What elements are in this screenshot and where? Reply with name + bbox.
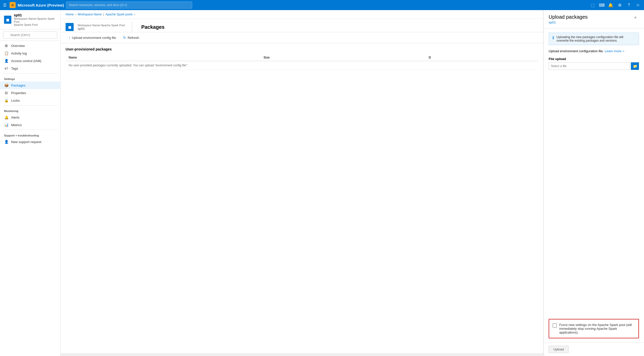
right-panel-body: ℹ Uploading the new packages configurati… bbox=[544, 29, 644, 176]
portal-icon[interactable]: ⬚ bbox=[589, 1, 597, 9]
monitoring-section-label: Monitoring bbox=[0, 106, 60, 114]
alert-icon: 🔔 bbox=[4, 115, 9, 119]
sidebar-item-activity-log[interactable]: 📋 Activity log bbox=[0, 49, 60, 57]
divider-3 bbox=[3, 130, 57, 130]
right-panel-footer: Force new settings on the Apache Spark p… bbox=[544, 315, 644, 342]
help-icon[interactable]: ? bbox=[625, 1, 633, 9]
col-d: D bbox=[426, 54, 538, 61]
learn-more-link[interactable]: Learn more ↗ bbox=[605, 49, 624, 53]
refresh-icon: ↻ bbox=[123, 36, 126, 40]
resource-breadcrumb: Workspace Name/ Apache Spark Pool bbox=[14, 17, 56, 23]
resource-icon: ◼ bbox=[4, 16, 11, 24]
sidebar-item-alerts-label: Alerts bbox=[11, 116, 19, 119]
global-search-input[interactable] bbox=[66, 2, 192, 9]
sidebar-search-input[interactable] bbox=[3, 32, 57, 39]
page-resource-name: sp01 bbox=[78, 27, 125, 31]
page-resource-breadcrumb: Workspace Name/ Apache Spark Pool bbox=[78, 24, 125, 27]
breadcrumb-workspace[interactable]: Workspace Name bbox=[78, 13, 102, 16]
right-panel: Upload packages sp01 × ℹ Uploading the n… bbox=[543, 10, 644, 356]
sidebar-item-overview[interactable]: ⊞ Overview bbox=[0, 42, 60, 49]
sidebar-item-properties[interactable]: ⊟ Properties bbox=[0, 89, 60, 97]
folder-icon: 📁 bbox=[633, 64, 637, 68]
tag-icon: 🏷 bbox=[4, 66, 9, 70]
sidebar-item-iam-label: Access control (IAM) bbox=[11, 59, 41, 63]
empty-message: No user-provided packages currently uplo… bbox=[66, 61, 538, 70]
table-empty-row: No user-provided packages currently uplo… bbox=[66, 61, 538, 70]
resource-type: Apache Spark Pool bbox=[14, 23, 56, 26]
sidebar-item-packages-label: Packages bbox=[11, 84, 25, 87]
upload-config-label: Upload environment config file bbox=[72, 36, 116, 40]
external-link-icon: ↗ bbox=[622, 50, 624, 53]
info-banner: ℹ Uploading the new packages configurati… bbox=[549, 33, 639, 45]
upload-config-line: Upload environment configuration file. L… bbox=[549, 49, 639, 53]
home-icon: ⊞ bbox=[4, 44, 9, 48]
package-icon: 📦 bbox=[4, 83, 9, 87]
learn-more-label: Learn more bbox=[605, 49, 621, 53]
sidebar-item-alerts[interactable]: 🔔 Alerts bbox=[0, 114, 60, 121]
table-area: User-provisioned packages Name Size D No… bbox=[61, 43, 543, 356]
settings-icon[interactable]: ⚙ bbox=[616, 1, 624, 9]
col-size: Size bbox=[261, 54, 426, 61]
file-input[interactable] bbox=[549, 62, 630, 70]
breadcrumb: Home › Workspace Name | Apache Spark poo… bbox=[61, 10, 543, 19]
col-name: Name bbox=[66, 54, 261, 61]
sidebar: ◼ sp01 Workspace Name/ Apache Spark Pool… bbox=[0, 10, 61, 356]
sidebar-item-support-label: New support request bbox=[11, 140, 41, 144]
packages-table: Name Size D No user-provided packages cu… bbox=[66, 54, 538, 70]
page-title: Packages bbox=[141, 24, 164, 30]
sidebar-item-locks-label: Locks bbox=[11, 99, 20, 102]
resource-name: sp01 bbox=[14, 13, 56, 17]
upload-button[interactable]: Upload bbox=[549, 346, 569, 353]
divider-1 bbox=[3, 73, 57, 73]
properties-icon: ⊟ bbox=[4, 91, 9, 95]
main-layout: ◼ sp01 Workspace Name/ Apache Spark Pool… bbox=[0, 10, 644, 356]
hamburger-icon[interactable]: ☰ bbox=[2, 2, 8, 9]
cloud-shell-icon[interactable]: ⌨ bbox=[598, 1, 606, 9]
notifications-icon[interactable]: 🔔 bbox=[607, 1, 615, 9]
metrics-icon: 📊 bbox=[4, 123, 9, 127]
bottom-scrollbar bbox=[61, 353, 543, 356]
sidebar-item-locks[interactable]: 🔒 Locks bbox=[0, 97, 60, 104]
file-input-row: 📁 bbox=[549, 62, 639, 70]
azure-logo: ⚙ bbox=[10, 2, 16, 8]
table-section-title: User-provisioned packages bbox=[66, 47, 538, 51]
upload-config-text: Upload environment configuration file. bbox=[549, 49, 604, 53]
breadcrumb-spark-pools[interactable]: Apache Spark pools bbox=[105, 13, 132, 16]
force-settings-checkbox[interactable] bbox=[553, 323, 557, 327]
sidebar-item-metrics-label: Metrics bbox=[11, 123, 22, 127]
divider-2 bbox=[3, 105, 57, 105]
content-area: Home › Workspace Name | Apache Spark poo… bbox=[61, 10, 543, 356]
sidebar-item-new-support-request[interactable]: 👤 New support request bbox=[0, 138, 60, 146]
sidebar-item-iam[interactable]: 👤 Access control (IAM) bbox=[0, 57, 60, 65]
sidebar-item-tags-label: Tags bbox=[11, 67, 18, 70]
file-upload-label: File upload bbox=[549, 57, 639, 61]
upload-icon: ↑ bbox=[69, 36, 70, 40]
topbar-icons: ⬚ ⌨ 🔔 ⚙ ? ☺ bbox=[589, 1, 642, 9]
sidebar-resource-header: ◼ sp01 Workspace Name/ Apache Spark Pool… bbox=[0, 10, 60, 30]
support-section-label: Support + troubleshooting bbox=[0, 131, 60, 138]
force-settings-box: Force new settings on the Apache Spark p… bbox=[549, 319, 639, 338]
sidebar-search-wrap: 🔍 bbox=[0, 30, 60, 41]
toolbar: ↑ Upload environment config file ↻ Refre… bbox=[61, 32, 543, 43]
sidebar-item-metrics[interactable]: 📊 Metrics bbox=[0, 121, 60, 129]
page-header: ◼ Workspace Name/ Apache Spark Pool sp01… bbox=[61, 19, 543, 32]
refresh-button[interactable]: ↻ Refresh bbox=[120, 34, 142, 41]
upload-config-button[interactable]: ↑ Upload environment config file bbox=[66, 34, 119, 41]
refresh-label: Refresh bbox=[128, 36, 139, 40]
right-panel-title: Upload packages bbox=[549, 14, 588, 20]
close-button[interactable]: × bbox=[632, 14, 639, 21]
right-panel-subtitle: sp01 bbox=[549, 20, 588, 24]
file-browse-button[interactable]: 📁 bbox=[631, 62, 639, 70]
sidebar-nav: ⊞ Overview 📋 Activity log 👤 Access contr… bbox=[0, 41, 60, 147]
sidebar-item-packages[interactable]: 📦 Packages bbox=[0, 81, 60, 89]
topbar: ☰ ⚙ Microsoft Azure (Preview) ⬚ ⌨ 🔔 ⚙ ? … bbox=[0, 0, 644, 10]
lock-icon: 🔒 bbox=[4, 98, 9, 102]
right-panel-spacer bbox=[544, 176, 644, 315]
settings-section-label: Settings bbox=[0, 74, 60, 81]
upload-action-bar: Upload bbox=[544, 342, 644, 356]
sidebar-item-overview-label: Overview bbox=[11, 44, 25, 48]
feedback-icon[interactable]: ☺ bbox=[634, 1, 642, 9]
info-text: Uploading the new packages configuration… bbox=[556, 35, 635, 42]
breadcrumb-home[interactable]: Home bbox=[66, 13, 74, 16]
sidebar-item-tags[interactable]: 🏷 Tags bbox=[0, 65, 60, 72]
